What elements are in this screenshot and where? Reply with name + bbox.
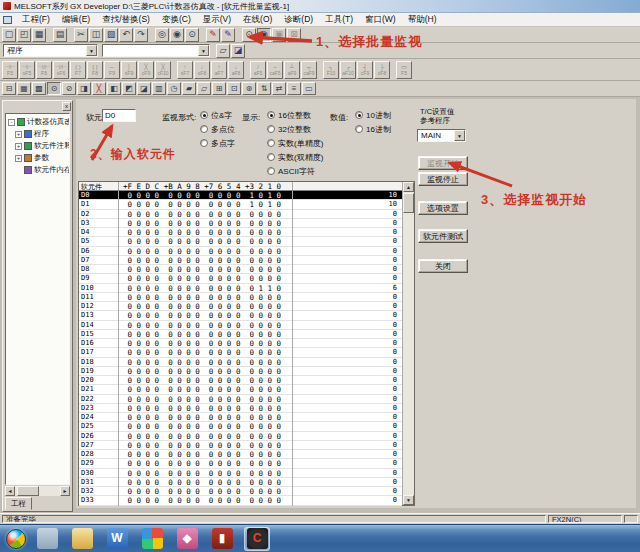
ladder-symbol-button[interactable]: / aF5 [250, 61, 266, 79]
taskbar-app-diamond[interactable]: ◆ [174, 527, 200, 551]
menu-item[interactable]: 变换(C) [156, 14, 197, 26]
ladder-symbol-button[interactable]: ⊣/⊢ sF6 [53, 61, 69, 79]
table-row[interactable]: D32 0 0 0 0 0 0 0 0 0 0 0 0 0 0 0 0 0 [79, 487, 402, 496]
display-radio[interactable]: 实数(单精度) [267, 136, 323, 150]
table-row[interactable]: D16 0 0 0 0 0 0 0 0 0 0 0 0 0 0 0 0 0 [79, 339, 402, 348]
ladder-write-button[interactable]: ✎ [206, 28, 220, 42]
new-button[interactable]: ▢ [2, 28, 16, 42]
ladder-symbol-button[interactable]: ↓ sF8 [194, 61, 210, 79]
chevron-down-icon[interactable]: ▼ [86, 45, 97, 56]
table-row[interactable]: D9 0 0 0 0 0 0 0 0 0 0 0 0 0 0 0 0 0 [79, 274, 402, 283]
table-row[interactable]: D2 0 0 0 0 0 0 0 0 0 0 0 0 0 0 0 0 0 [79, 210, 402, 219]
table-row[interactable]: D17 0 0 0 0 0 0 0 0 0 0 0 0 0 0 0 0 0 [79, 348, 402, 357]
ladder-symbol-button[interactable]: ↓ aF8 [228, 61, 244, 79]
table-row[interactable]: D30 0 0 0 0 0 0 0 0 0 0 0 0 0 0 0 0 0 [79, 469, 402, 478]
ladder-symbol-button[interactable]: ─ F9 [104, 61, 120, 79]
print-button[interactable]: ▤ [53, 28, 67, 42]
table-row[interactable]: D33 0 0 0 0 0 0 0 0 0 0 0 0 0 0 0 0 0 [79, 496, 402, 505]
ladder-symbol-button[interactable]: ↑ sF7 [177, 61, 193, 79]
table-row[interactable]: D19 0 0 0 0 0 0 0 0 0 0 0 0 0 0 0 0 0 [79, 367, 402, 376]
table-row[interactable]: D13 0 0 0 0 0 0 0 0 0 0 0 0 0 0 0 0 0 [79, 311, 402, 320]
chevron-down-icon[interactable]: ▼ [198, 45, 209, 56]
ladder-symbol-button[interactable]: ▭ F5 [396, 61, 412, 79]
ladder-symbol-button[interactable]: ┴ aF9 [284, 61, 300, 79]
table-row[interactable]: D6 0 0 0 0 0 0 0 0 0 0 0 0 0 0 0 0 0 [79, 247, 402, 256]
list-button[interactable]: ≡ [287, 82, 301, 95]
tree-item[interactable]: + 参数 [8, 152, 69, 164]
format-radio[interactable]: 多点字 [200, 136, 235, 150]
table-row[interactable]: D7 0 0 0 0 0 0 0 0 0 0 0 0 0 0 0 0 0 [79, 256, 402, 265]
tb4-button-15[interactable]: ⊞ [212, 82, 226, 95]
tc-program-combo[interactable]: MAIN ▼ [417, 129, 466, 142]
table-row[interactable]: D14 0 0 0 0 0 0 0 0 0 0 0 0 0 0 0 0 0 [79, 321, 402, 330]
ladder-symbol-button[interactable]: ⊣⊢ F5 [2, 61, 18, 79]
tb4-button-10[interactable]: ◪ [137, 82, 151, 95]
close-icon[interactable]: x [62, 102, 71, 111]
taskbar-app-w[interactable]: W [104, 527, 130, 551]
menu-item[interactable]: 工具(T) [319, 14, 359, 26]
table-row[interactable]: D3 0 0 0 0 0 0 0 0 0 0 0 0 0 0 0 0 0 [79, 219, 402, 228]
copy-button[interactable]: ◫ [89, 28, 103, 42]
menu-item[interactable]: 显示(V) [197, 14, 237, 26]
ladder-symbol-button[interactable]: ~ caF5 [267, 61, 283, 79]
ladder-symbol-button[interactable]: ┬ caF9 [301, 61, 317, 79]
option-settings-button[interactable]: 选项设置 [418, 201, 468, 215]
scroll-thumb[interactable] [403, 193, 414, 213]
device-input[interactable] [102, 109, 136, 122]
format-radio[interactable]: 位&字 [200, 108, 235, 122]
ladder-symbol-button[interactable]: ╳ cF10 [155, 61, 171, 79]
taskbar-app-system[interactable] [34, 527, 60, 551]
ladder-symbol-button[interactable]: ⊣/⊢ F6 [36, 61, 52, 79]
scroll-right-icon[interactable]: ► [60, 486, 70, 496]
ladder-symbol-button[interactable]: ╳ cF9 [138, 61, 154, 79]
tb4-button-14[interactable]: ▱ [197, 82, 211, 95]
open-button[interactable]: ◰ [17, 28, 31, 42]
tb4-button-13[interactable]: ▰ [182, 82, 196, 95]
tab-project[interactable]: 工程 [5, 497, 32, 510]
monitor-button[interactable]: ⊙ [242, 28, 256, 42]
expand-icon[interactable] [15, 167, 22, 174]
monitor-start-button[interactable]: 监视开始 [418, 156, 468, 170]
ladder-symbol-button[interactable]: [ ] F8 [87, 61, 103, 79]
comment-window-button[interactable]: ◪ [231, 44, 245, 58]
scroll-left-icon[interactable]: ◄ [5, 486, 15, 496]
chevron-down-icon[interactable]: ▼ [454, 130, 465, 141]
table-row[interactable]: D1 0 0 0 0 0 0 0 0 0 0 0 0 1 0 1 0 10 [79, 200, 402, 209]
monitor-write-button[interactable]: ⊘ [62, 82, 76, 95]
table-row[interactable]: D26 0 0 0 0 0 0 0 0 0 0 0 0 0 0 0 0 0 [79, 432, 402, 441]
swap-button[interactable]: ⇄ [272, 82, 286, 95]
read-mode-button[interactable]: ◨ [77, 82, 91, 95]
table-row[interactable]: D25 0 0 0 0 0 0 0 0 0 0 0 0 0 0 0 0 0 [79, 422, 402, 431]
tree-item[interactable]: + 程序 [8, 128, 69, 140]
tree-item[interactable]: + 软元件注释 [8, 140, 69, 152]
table-row[interactable]: D5 0 0 0 0 0 0 0 0 0 0 0 0 0 0 0 0 0 [79, 237, 402, 246]
value-radio[interactable]: 16进制 [355, 122, 391, 136]
ladder-symbol-button[interactable]: ↑ aF7 [211, 61, 227, 79]
table-row[interactable]: D20 0 0 0 0 0 0 0 0 0 0 0 0 0 0 0 0 0 [79, 376, 402, 385]
clock-button[interactable]: ◷ [167, 82, 181, 95]
table-row[interactable]: D21 0 0 0 0 0 0 0 0 0 0 0 0 0 0 0 0 0 [79, 385, 402, 394]
sort-button[interactable]: ⇅ [257, 82, 271, 95]
expand-icon[interactable]: + [15, 155, 22, 162]
monitor-rw-button[interactable]: ▣ [272, 28, 286, 42]
ladder-symbol-button[interactable]: ┤ cF9 [357, 61, 373, 79]
table-row[interactable]: D28 0 0 0 0 0 0 0 0 0 0 0 0 0 0 0 0 0 [79, 450, 402, 459]
child-window-icon[interactable] [3, 16, 12, 24]
tb4-button-8[interactable]: ◧ [107, 82, 121, 95]
display-radio[interactable]: 32位整数 [267, 122, 323, 136]
undo-button[interactable]: ↶ [119, 28, 133, 42]
taskbar-app-gx-developer[interactable]: C [244, 527, 270, 551]
table-row[interactable]: D18 0 0 0 0 0 0 0 0 0 0 0 0 0 0 0 0 0 [79, 358, 402, 367]
collapse-icon[interactable]: - [8, 119, 15, 126]
ladder-symbol-button[interactable]: ├ cF8 [374, 61, 390, 79]
table-row[interactable]: D23 0 0 0 0 0 0 0 0 0 0 0 0 0 0 0 0 0 [79, 404, 402, 413]
menu-item[interactable]: 在线(O) [237, 14, 278, 26]
taskbar-app-browser[interactable] [139, 527, 165, 551]
program-combo[interactable]: 程序 ▼ [3, 44, 98, 57]
table-row[interactable]: D22 0 0 0 0 0 0 0 0 0 0 0 0 0 0 0 0 0 [79, 395, 402, 404]
table-row[interactable]: D15 0 0 0 0 0 0 0 0 0 0 0 0 0 0 0 0 0 [79, 330, 402, 339]
device-test-button[interactable]: 软元件测试 [418, 229, 468, 243]
ladder-symbol-button[interactable]: ┌ aF10 [340, 61, 356, 79]
display-radio[interactable]: 实数(双精度) [267, 150, 323, 164]
monitor-mode-button[interactable]: ⊙ [47, 82, 61, 95]
